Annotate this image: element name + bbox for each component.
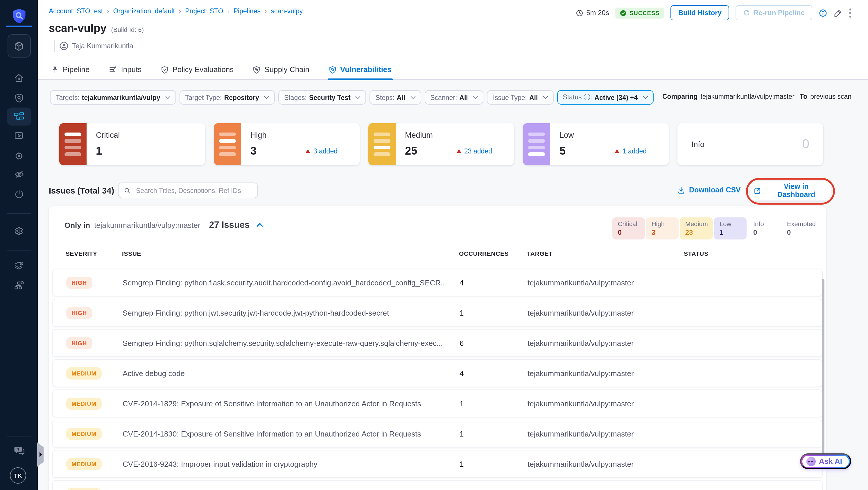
filter-pill[interactable]: Status ⓘ: Active (34) +4 [557,90,653,104]
table-row[interactable]: MEDIUM CVE-2014-1830: Exposure of Sensit… [52,420,823,448]
severity-gauge-icon [214,123,241,165]
settings-gear-icon[interactable] [0,226,38,236]
tab-bar: Pipeline Inputs Policy Evaluations Suppl… [51,60,392,79]
tab-supply-chain[interactable]: Supply Chain [253,60,309,79]
severity-chip[interactable]: Info 0 [748,217,781,240]
severity-card[interactable]: Medium 25 23 added [368,123,514,165]
expand-arrow-icon [39,452,42,457]
scan-shield-icon[interactable] [0,93,38,102]
collapse-chevron-icon[interactable] [256,223,263,229]
ask-ai-button[interactable]: ●● Ask AI [800,453,851,469]
download-csv-button[interactable]: Download CSV [677,186,741,194]
table-row[interactable]: HIGH Semgrep Finding: python.sqlalchemy.… [52,329,823,357]
severity-gauge-icon [523,123,550,165]
table-row[interactable]: HIGH Semgrep Finding: python.jwt.securit… [52,299,823,327]
more-options-icon[interactable] [849,8,852,18]
sidebar-divider [7,213,31,214]
target-name: tejakummarikuntla/vulpy:master [528,399,684,408]
sidebar-divider [7,250,31,250]
severity-chip-bar: Critical 0 High 3 Medium 23 Low 1 [613,217,821,240]
issues-search[interactable] [118,183,258,198]
info-card[interactable]: Info 0 [677,123,823,165]
filter-pill[interactable]: Issue Type: All [487,90,554,104]
table-row[interactable]: MEDIUM CVE-2016-9243: Improper input val… [52,450,823,478]
breadcrumb-organization[interactable]: Organization: default [113,7,175,14]
filter-pill[interactable]: Stages: Security Test [278,90,366,104]
filter-pill[interactable]: Target Type: Repository [180,90,275,104]
page-title: scan-vulpy [49,22,106,35]
occurrences-count: 1 [460,429,528,438]
severity-badge: MEDIUM [66,367,102,379]
table-row[interactable]: MEDIUM Active debug code 4 tejakummariku… [52,359,823,387]
issues-group-header[interactable]: Only in tejakummarikuntla/vulpy:master 2… [64,220,262,230]
targets-icon[interactable] [0,151,38,160]
search-input[interactable] [135,186,252,194]
view-in-dashboard-button[interactable]: View in Dashboard [750,181,831,201]
info-icon[interactable] [818,8,827,17]
col-severity: SEVERITY [66,250,122,257]
tab-policy-evaluations[interactable]: Policy Evaluations [161,60,234,79]
chevron-down-icon [543,94,548,99]
filter-pill[interactable]: Scanner: All [425,90,484,104]
severity-card[interactable]: High 3 3 added [214,123,360,165]
chevron-down-icon [473,94,478,99]
sidebar-divider [7,436,31,437]
severity-card[interactable]: Low 5 1 added [523,123,669,165]
shield-search-icon [329,65,336,73]
breadcrumb-pipelines[interactable]: Pipelines [234,7,260,14]
severity-chip[interactable]: Exempted 0 [782,217,821,240]
chevron-down-icon [355,94,361,99]
table-row[interactable]: HIGH Semgrep Finding: python.flask.secur… [52,269,823,297]
breadcrumb-account[interactable]: Account: STO test [49,7,103,14]
breadcrumb-current[interactable]: scan-vulpy [271,7,303,14]
tab-pipeline[interactable]: Pipeline [51,60,90,79]
ai-mascot-icon: ●● [806,457,815,466]
build-history-button[interactable]: Build History [671,5,729,20]
severity-chip[interactable]: Low 1 [714,217,747,240]
user-avatar[interactable]: TK [10,467,26,484]
external-link-icon [753,187,761,194]
severity-chip[interactable]: Medium 23 [680,217,713,240]
chevron-down-icon [410,94,415,99]
occurrences-count: 1 [460,459,528,468]
target-name: tejakummarikuntla/vulpy:master [528,278,684,287]
target-name: tejakummarikuntla/vulpy:master [528,339,684,347]
cube-icon [7,34,31,58]
breadcrumb-separator: › [179,7,181,14]
severity-cards: Critical 1 [59,123,823,165]
target-name: tejakummarikuntla/vulpy:master [528,429,684,438]
power-icon[interactable] [0,189,38,199]
module-active-indicator [6,26,32,27]
triggered-by-user: Teja Kummarikuntla [54,40,133,52]
table-row[interactable]: MEDIUM [52,480,823,490]
inputs-icon [109,66,117,73]
breadcrumb-project[interactable]: Project: STO [185,7,223,14]
sidebar-item-pipelines[interactable] [0,108,38,126]
tab-vulnerabilities[interactable]: Vulnerabilities [329,60,392,79]
filter-pill[interactable]: Steps: All [370,90,421,104]
eye-off-icon[interactable] [0,170,38,179]
col-target: TARGET [527,250,684,257]
rerun-pipeline-button[interactable]: Re-run Pipeline [736,5,812,20]
executions-icon[interactable] [0,131,38,140]
help-chat-icon[interactable]: ? [0,445,38,456]
delta-added: 23 added [457,148,492,155]
tab-inputs[interactable]: Inputs [109,60,142,79]
col-occurrences: OCCURRENCES [459,250,527,257]
layers-settings-icon[interactable] [0,261,38,271]
severity-chip[interactable]: High 3 [646,217,679,240]
network-settings-icon[interactable] [0,280,38,290]
severity-card[interactable]: Critical 1 [59,123,205,165]
table-row[interactable]: MEDIUM CVE-2014-1829: Exposure of Sensit… [52,390,823,417]
sto-logo-icon[interactable] [0,8,38,24]
filter-pill[interactable]: Targets: tejakummarikuntla/vulpy [50,90,176,104]
issue-title: Active debug code [123,369,460,377]
module-selector-button[interactable] [0,34,38,58]
clock-icon [576,9,583,17]
home-icon[interactable] [0,73,38,83]
table-scrollbar[interactable] [822,279,825,465]
severity-chip[interactable]: Critical 0 [613,217,645,240]
triangle-up-icon [615,149,620,153]
edit-pencil-icon[interactable] [834,8,842,17]
issues-total-title: Issues (Total 34) [49,186,114,195]
